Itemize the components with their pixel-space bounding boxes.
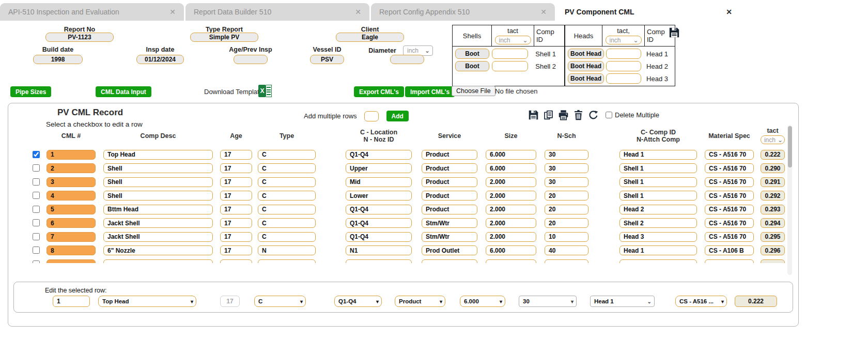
row-checkbox[interactable] [33, 178, 40, 186]
service-input[interactable] [422, 218, 477, 228]
material-spec-input[interactable] [705, 232, 754, 242]
location-input[interactable] [346, 177, 412, 187]
size-input[interactable] [486, 232, 536, 242]
excel-icon[interactable]: X [258, 85, 272, 97]
type-input[interactable] [258, 177, 316, 187]
nsch-input[interactable] [545, 259, 588, 264]
type-input[interactable] [258, 218, 316, 228]
nsch-input[interactable] [545, 232, 588, 242]
choose-file-button[interactable]: Choose File [452, 86, 495, 96]
tact-unit-select[interactable]: inch ⌄ [761, 135, 785, 144]
diameter-unit-select[interactable]: inch ⌄ [403, 45, 433, 56]
cml-number-input[interactable] [47, 232, 96, 242]
save-icon[interactable] [528, 109, 539, 120]
comp-id-input[interactable] [619, 163, 697, 173]
cml-data-input-button[interactable]: CML Data Input [96, 86, 151, 97]
client-field[interactable] [336, 33, 404, 42]
age-input[interactable] [220, 150, 252, 160]
material-spec-input[interactable] [705, 218, 754, 228]
type-report-field[interactable] [190, 33, 258, 42]
nsch-input[interactable] [545, 163, 588, 173]
service-input[interactable] [422, 232, 477, 242]
edit-size-select[interactable]: 6.000 ▾ [460, 296, 505, 307]
close-icon[interactable]: ✕ [726, 8, 732, 16]
age-prev-insp-field[interactable] [234, 55, 268, 64]
location-input[interactable] [346, 232, 412, 242]
tab-pv-component-cml[interactable]: PV Component CML ✕ [556, 3, 740, 21]
comp-desc-input[interactable] [103, 163, 213, 173]
row-checkbox[interactable] [33, 233, 40, 240]
row-checkbox[interactable] [33, 247, 40, 254]
diameter-field[interactable] [390, 55, 424, 64]
size-input[interactable] [486, 245, 536, 255]
type-input[interactable] [258, 259, 316, 264]
refresh-icon[interactable] [587, 109, 599, 120]
material-spec-input[interactable] [705, 177, 754, 187]
comp-id-input[interactable] [619, 232, 697, 242]
cml-number-input[interactable] [47, 177, 96, 187]
tact-input[interactable] [761, 150, 785, 160]
cml-number-input[interactable] [47, 163, 96, 173]
print-icon[interactable] [557, 109, 569, 120]
age-input[interactable] [220, 232, 252, 242]
row-checkbox[interactable] [33, 206, 40, 213]
edit-comp-id-select[interactable]: Head 1 ⌄ [590, 296, 655, 307]
type-input[interactable] [258, 150, 316, 160]
row-checkbox[interactable] [33, 219, 40, 226]
size-input[interactable] [486, 259, 536, 264]
location-input[interactable] [346, 259, 412, 264]
size-input[interactable] [486, 163, 536, 173]
comp-id-input[interactable] [619, 245, 697, 255]
comp-id-input[interactable] [619, 177, 697, 187]
material-spec-input[interactable] [705, 163, 754, 173]
cml-number-input[interactable] [47, 191, 96, 201]
edit-material-spec-select[interactable]: CS - A516 ... ▾ [675, 296, 727, 307]
tact-input[interactable] [761, 205, 785, 214]
close-icon[interactable]: ✕ [355, 8, 361, 16]
comp-desc-input[interactable] [103, 191, 213, 201]
vertical-scrollbar[interactable] [787, 125, 792, 275]
size-input[interactable] [486, 218, 536, 228]
cml-number-input[interactable] [47, 245, 96, 255]
edit-location-select[interactable]: Q1-Q4 ▾ [334, 296, 382, 307]
age-input[interactable] [220, 245, 252, 255]
nsch-input[interactable] [545, 191, 588, 201]
type-input[interactable] [258, 191, 316, 201]
tact-input[interactable] [761, 191, 785, 201]
edit-cml-input[interactable] [53, 296, 90, 307]
age-input[interactable] [220, 177, 252, 187]
head-tact-input[interactable] [606, 73, 641, 84]
boot-head-button[interactable]: Boot Head [568, 49, 604, 59]
tab-report-data-builder[interactable]: Report Data Builder 510 ✕ [185, 3, 369, 21]
service-input[interactable] [422, 177, 477, 187]
export-cmls-button[interactable]: Export CML's [354, 86, 404, 97]
nsch-input[interactable] [545, 177, 588, 187]
edit-service-select[interactable]: Product ▾ [395, 296, 445, 307]
type-input[interactable] [258, 205, 316, 214]
tab-report-config-appendix[interactable]: Report Config Appendix 510 ✕ [371, 3, 555, 21]
comp-desc-input[interactable] [103, 205, 213, 214]
material-spec-input[interactable] [705, 191, 754, 201]
boot-button[interactable]: Boot [455, 61, 489, 71]
import-cmls-button[interactable]: Import CML's [405, 86, 455, 97]
comp-desc-input[interactable] [103, 218, 213, 228]
tab-api-510-inspection[interactable]: API-510 Inspection and Evaluation ✕ [0, 3, 184, 21]
edit-nsch-select[interactable]: 30 ▾ [519, 296, 577, 307]
service-input[interactable] [422, 150, 477, 160]
age-input[interactable] [220, 191, 252, 201]
add-rows-count-input[interactable] [364, 111, 379, 121]
boot-button[interactable]: Boot [455, 49, 489, 59]
edit-type-select[interactable]: C ▾ [254, 296, 306, 307]
edit-age-input[interactable] [220, 296, 240, 307]
comp-desc-input[interactable] [103, 245, 213, 255]
comp-id-input[interactable] [619, 205, 697, 214]
type-input[interactable] [258, 245, 316, 255]
build-date-field[interactable] [33, 55, 83, 64]
comp-desc-input[interactable] [103, 259, 213, 264]
cml-number-input[interactable] [47, 205, 96, 214]
tact-input[interactable] [761, 259, 785, 264]
row-checkbox[interactable] [33, 151, 40, 158]
tact-input[interactable] [761, 218, 785, 228]
cml-number-input[interactable] [47, 218, 96, 228]
delete-multiple-checkbox[interactable] [606, 112, 612, 118]
